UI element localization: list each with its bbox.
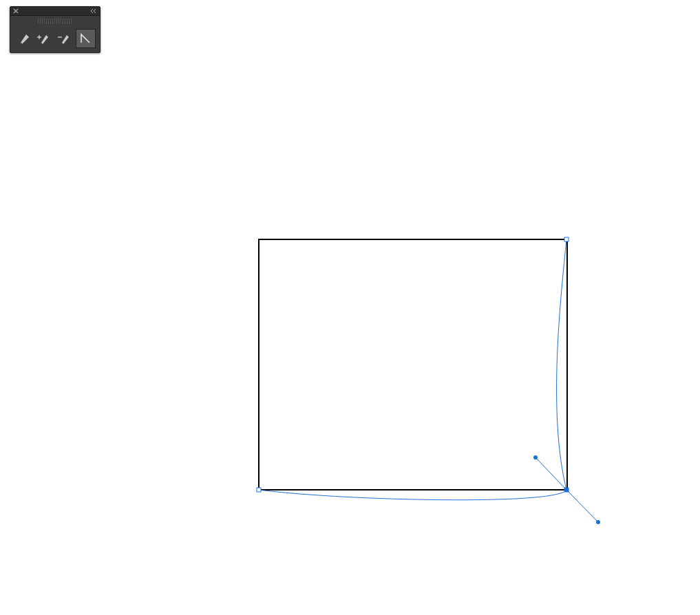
handle-line-out — [566, 490, 598, 522]
anchor-point-selected[interactable] — [564, 488, 569, 492]
anchor-point[interactable] — [257, 488, 261, 492]
direction-handle[interactable] — [596, 520, 600, 524]
canvas[interactable] — [0, 0, 700, 615]
direction-handle[interactable] — [533, 455, 538, 460]
anchor-point[interactable] — [564, 237, 569, 241]
editing-path[interactable] — [259, 239, 566, 500]
rectangle-shape[interactable] — [259, 239, 567, 490]
handle-line-in — [535, 457, 566, 490]
